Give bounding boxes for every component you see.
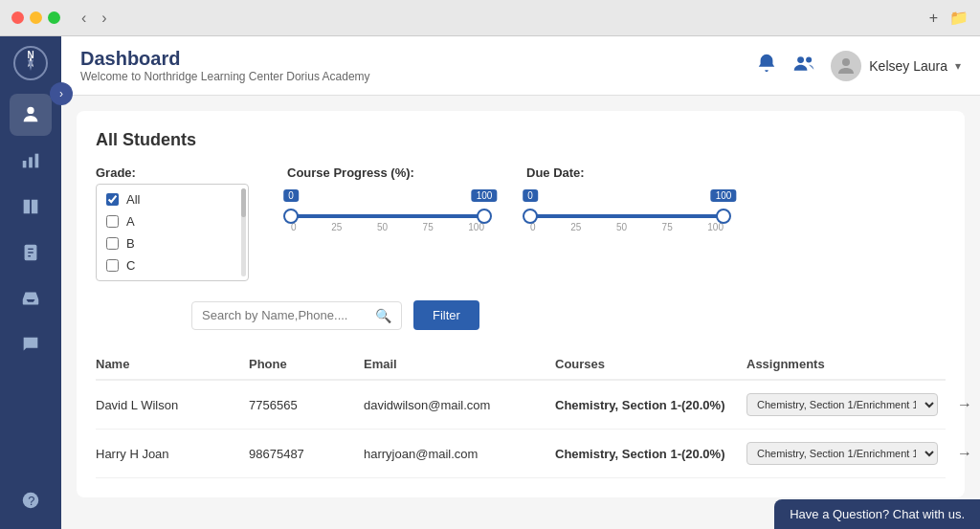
slider-fill	[291, 214, 484, 218]
grade-checkbox-all[interactable]	[106, 193, 119, 206]
folder-icon[interactable]: 📁	[949, 9, 969, 27]
sidebar-item-chart[interactable]	[10, 140, 52, 182]
filter-button[interactable]: Filter	[413, 300, 479, 330]
avatar	[831, 51, 861, 81]
filters-row: Grade: All A	[96, 165, 946, 281]
grade-option-b[interactable]: B	[97, 232, 248, 254]
main-content: All Students Grade: All	[61, 96, 980, 529]
slider-thumb-left[interactable]: 0	[283, 209, 299, 224]
due-date-thumb-left[interactable]: 0	[523, 209, 538, 224]
table-row: Harry H Joan 98675487 harryjoan@mail.com…	[96, 430, 946, 478]
col-assignments: Assignments	[746, 357, 957, 371]
grade-option-all[interactable]: All	[97, 188, 248, 210]
add-tab-icon[interactable]: +	[929, 10, 938, 27]
due-date-label-min: 0	[523, 189, 538, 202]
svg-point-13	[806, 57, 812, 63]
col-action	[957, 357, 980, 371]
assignment-select-2[interactable]: Chemistry, Section 1/Enrichment 1	[746, 442, 938, 465]
search-wrapper: 🔍	[191, 301, 402, 330]
slider-ticks: 0 25 50 75 100	[291, 222, 484, 232]
chart-icon	[20, 150, 41, 171]
due-date-filter: Due Date: 0 100	[526, 165, 727, 232]
content-area: Dashboard Welcome to Northridge Learning…	[61, 36, 980, 529]
header-right: Kelsey Laura ▾	[756, 51, 961, 81]
sidebar-item-report[interactable]	[10, 231, 52, 274]
chevron-down-icon: ▾	[955, 59, 961, 73]
due-date-ticks: 0 25 50 75 100	[530, 222, 724, 232]
sidebar-item-chat[interactable]	[10, 323, 52, 365]
cell-phone-1: 7756565	[249, 398, 364, 412]
sidebar-item-person[interactable]	[10, 94, 52, 136]
all-students-card: All Students Grade: All	[77, 111, 965, 497]
compass-icon: N	[13, 46, 48, 80]
course-progress-filter: Course Progress (%): 0 100	[287, 165, 488, 232]
header-left: Dashboard Welcome to Northridge Learning…	[80, 48, 370, 83]
sidebar-item-help[interactable]: ?	[10, 479, 52, 521]
col-phone: Phone	[249, 357, 364, 371]
svg-text:?: ?	[28, 494, 34, 508]
due-date-label: Due Date:	[526, 165, 727, 180]
grade-option-c[interactable]: C	[97, 254, 248, 276]
grade-checkbox-c[interactable]	[106, 259, 119, 272]
col-email: Email	[364, 357, 555, 371]
inbox-icon	[20, 288, 41, 309]
book-icon	[20, 196, 41, 217]
arrow-button-2[interactable]: →	[957, 445, 972, 462]
nav-forward-button[interactable]: ›	[96, 8, 112, 29]
svg-point-12	[797, 56, 804, 63]
cell-arrow-2: →	[957, 445, 980, 462]
svg-point-14	[842, 58, 850, 66]
arrow-button-1[interactable]: →	[957, 396, 972, 413]
close-button[interactable]	[11, 11, 24, 24]
titlebar-actions: + 📁	[929, 9, 969, 27]
search-input[interactable]	[202, 308, 375, 322]
slider-track: 0 100	[291, 214, 484, 218]
page-title: Dashboard	[80, 48, 370, 70]
person-icon	[20, 104, 41, 125]
grade-checkbox-b[interactable]	[106, 237, 119, 250]
user-name-label: Kelsey Laura	[869, 58, 947, 74]
cell-courses-1: Chemistry, Section 1-(20.0%)	[555, 398, 746, 412]
scrollbar-thumb	[241, 188, 246, 217]
course-progress-label: Course Progress (%):	[287, 165, 488, 180]
due-date-thumb-right[interactable]: 100	[716, 209, 731, 224]
col-courses: Courses	[555, 357, 746, 371]
due-date-label-max: 100	[711, 189, 737, 202]
grade-option-a[interactable]: A	[97, 210, 248, 232]
table-header: Name Phone Email Courses Assignments Act…	[96, 349, 946, 381]
nav-back-button[interactable]: ‹	[76, 8, 92, 29]
due-date-slider[interactable]: 0 100 0 25 50 75 100	[526, 191, 727, 232]
help-icon: ?	[20, 490, 41, 511]
sidebar-item-inbox[interactable]	[10, 277, 52, 320]
maximize-button[interactable]	[48, 11, 60, 24]
grade-list: All A B	[97, 185, 248, 280]
search-icon: 🔍	[375, 308, 391, 323]
slider-thumb-right[interactable]: 100	[477, 209, 492, 224]
sidebar-item-book[interactable]	[10, 186, 52, 228]
bell-icon[interactable]	[756, 53, 777, 78]
header: Dashboard Welcome to Northridge Learning…	[61, 36, 980, 96]
due-date-slider-track: 0 100	[530, 214, 724, 218]
assignment-select-1[interactable]: Chemistry, Section 1/Enrichment 1	[746, 393, 938, 416]
cell-arrow-1: →	[957, 396, 980, 413]
user-badge[interactable]: Kelsey Laura ▾	[831, 51, 961, 81]
grade-checkbox-a[interactable]	[106, 215, 119, 228]
chat-widget[interactable]: Have a Question? Chat with us.	[774, 499, 980, 529]
cell-assignment-1[interactable]: Chemistry, Section 1/Enrichment 1	[746, 393, 957, 416]
search-filter-row: 🔍 Filter	[191, 300, 946, 330]
scrollbar-track	[241, 188, 246, 276]
svg-rect-4	[29, 157, 33, 167]
chat-bubble-icon	[20, 334, 41, 355]
sidebar-expand-button[interactable]: ›	[50, 82, 73, 105]
table-row: David L Wilson 7756565 davidwilson@mail.…	[96, 381, 946, 430]
nav-arrows: ‹ ›	[76, 8, 113, 29]
cell-email-2: harryjoan@mail.com	[364, 447, 555, 461]
course-progress-slider[interactable]: 0 100 0 25 50 75 100	[287, 191, 488, 232]
users-icon[interactable]	[792, 53, 815, 78]
cell-assignment-2[interactable]: Chemistry, Section 1/Enrichment 1	[746, 442, 957, 465]
minimize-button[interactable]	[30, 11, 42, 24]
titlebar: ‹ › + 📁	[0, 0, 980, 36]
due-date-slider-fill	[530, 214, 724, 218]
grade-label: Grade:	[96, 165, 249, 180]
grade-dropdown[interactable]: All A B	[96, 184, 249, 281]
